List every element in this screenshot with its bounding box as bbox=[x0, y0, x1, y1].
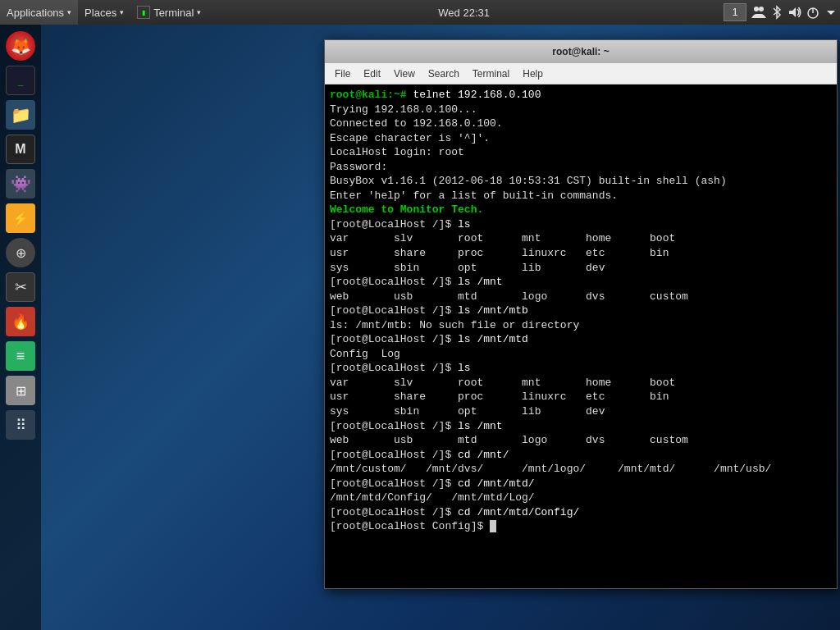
terminal-line: [root@LocalHost /]$ ls /mnt/mtb bbox=[330, 304, 832, 318]
places-arrow: ▾ bbox=[120, 8, 124, 16]
sidebar-tools[interactable]: ✂ bbox=[6, 272, 35, 302]
terminal-window: root@kali: ~ File Edit View Search Termi… bbox=[324, 39, 838, 589]
terminal-line: Password: bbox=[330, 160, 832, 175]
terminal-line: [root@LocalHost /]$ ls /mnt bbox=[330, 419, 832, 434]
terminal-line: [root@LocalHost /]$ cd /mnt/ bbox=[330, 448, 832, 463]
applications-menu[interactable]: Applications ▾ bbox=[0, 0, 78, 25]
sidebar-avatar[interactable]: 👾 bbox=[6, 169, 35, 199]
volume-icon[interactable] bbox=[786, 3, 804, 21]
menu-file[interactable]: File bbox=[328, 66, 357, 81]
menu-terminal[interactable]: Terminal bbox=[466, 66, 516, 81]
terminal-line: /mnt/mtd/Config/ /mnt/mtd/Log/ bbox=[330, 491, 832, 505]
terminal-arrow: ▾ bbox=[197, 8, 201, 16]
terminal-line: [root@LocalHost /]$ ls bbox=[330, 217, 832, 232]
terminal-line: [root@LocalHost /]$ cd /mnt/mtd/Config/ bbox=[330, 505, 832, 520]
terminal-line: var slv root mnt home boot bbox=[330, 376, 832, 390]
sidebar-config[interactable]: ⊞ bbox=[6, 376, 35, 405]
power-dropdown[interactable] bbox=[822, 3, 840, 21]
terminal-label: Terminal bbox=[153, 7, 194, 19]
terminal-line: web usb mtd logo dvs custom bbox=[330, 290, 832, 304]
sidebar: 🦊 _ 📁 M 👾 ⚡ ⊕ ✂ 🔥 ≡ ⊞ bbox=[0, 25, 41, 630]
places-label: Places bbox=[84, 7, 116, 19]
terminal-line: Escape character is '^]'. bbox=[330, 131, 832, 146]
terminal-line: usr share proc linuxrc etc bin bbox=[330, 246, 832, 261]
terminal-line: web usb mtd logo dvs custom bbox=[330, 433, 832, 448]
terminal-menubar: File Edit View Search Terminal Help bbox=[325, 63, 837, 84]
terminal-line: sys sbin opt lib dev bbox=[330, 261, 832, 276]
people-icon[interactable] bbox=[750, 3, 768, 21]
svg-point-0 bbox=[754, 7, 759, 11]
terminal-line: [root@LocalHost /]$ ls /mnt bbox=[330, 275, 832, 290]
desktop: Applications ▾ Places ▾ ▮ Terminal ▾ Wed… bbox=[0, 0, 840, 630]
terminal-line: [root@LocalHost /]$ ls /mnt/mtd bbox=[330, 332, 832, 347]
sidebar-terminal[interactable]: _ bbox=[6, 66, 35, 95]
panel-right: 1 bbox=[720, 0, 840, 25]
terminal-menu[interactable]: ▮ Terminal ▾ bbox=[130, 0, 208, 25]
terminal-line: [root@LocalHost /]$ ls bbox=[330, 361, 832, 376]
terminal-line: usr share proc linuxrc etc bin bbox=[330, 390, 832, 404]
sidebar-firefox[interactable]: 🦊 bbox=[6, 31, 35, 61]
terminal-line: LocalHost login: root bbox=[330, 145, 832, 160]
sidebar-metasploit[interactable]: M bbox=[6, 135, 35, 164]
places-menu[interactable]: Places ▾ bbox=[78, 0, 130, 25]
terminal-line: [root@LocalHost /]$ cd /mnt/mtd/ bbox=[330, 477, 832, 491]
sidebar-burp[interactable]: ⚡ bbox=[6, 203, 35, 233]
menu-search[interactable]: Search bbox=[422, 66, 466, 81]
sidebar-notes[interactable]: ≡ bbox=[6, 341, 35, 371]
menu-help[interactable]: Help bbox=[516, 66, 550, 81]
sidebar-spark[interactable]: 🔥 bbox=[6, 307, 35, 336]
panel-clock: Wed 22:31 bbox=[208, 7, 720, 19]
terminal-line: Connected to 192.168.0.100. bbox=[330, 116, 832, 131]
panel-left: Applications ▾ Places ▾ ▮ Terminal ▾ bbox=[0, 0, 208, 25]
terminal-line: var slv root mnt home boot bbox=[330, 231, 832, 246]
terminal-line: sys sbin opt lib dev bbox=[330, 404, 832, 419]
terminal-line: /mnt/custom/ /mnt/dvs/ /mnt/logo/ /mnt/m… bbox=[330, 462, 832, 477]
bluetooth-icon[interactable] bbox=[768, 3, 786, 21]
terminal-line: Enter 'help' for a list of built-in comm… bbox=[330, 189, 832, 203]
terminal-line: [root@LocalHost Config]$ bbox=[330, 519, 832, 534]
sidebar-owasp[interactable]: ⊕ bbox=[6, 238, 35, 267]
menu-edit[interactable]: Edit bbox=[357, 66, 387, 81]
power-icon[interactable] bbox=[804, 3, 822, 21]
terminal-line: Welcome to Monitor Tech. bbox=[330, 203, 832, 217]
menu-view[interactable]: View bbox=[387, 66, 422, 81]
sidebar-files[interactable]: 📁 bbox=[6, 100, 35, 130]
sidebar-apps[interactable]: ⠿ bbox=[6, 410, 35, 440]
terminal-line: root@kali:~# telnet 192.168.0.100 bbox=[330, 88, 832, 103]
applications-arrow: ▾ bbox=[67, 8, 71, 16]
svg-point-1 bbox=[759, 7, 764, 11]
terminal-body[interactable]: root@kali:~# telnet 192.168.0.100Trying … bbox=[325, 84, 837, 588]
terminal-title: root@kali: ~ bbox=[552, 46, 609, 57]
terminal-panel-icon: ▮ bbox=[137, 6, 150, 19]
workspace-switcher[interactable]: 1 bbox=[724, 3, 746, 21]
terminal-line: ls: /mnt/mtb: No such file or directory bbox=[330, 318, 832, 333]
terminal-line: Config Log bbox=[330, 347, 832, 362]
top-panel: Applications ▾ Places ▾ ▮ Terminal ▾ Wed… bbox=[0, 0, 840, 25]
terminal-line: BusyBox v1.16.1 (2012-06-18 10:53:31 CST… bbox=[330, 174, 832, 189]
terminal-titlebar[interactable]: root@kali: ~ bbox=[325, 40, 837, 63]
applications-label: Applications bbox=[7, 7, 64, 19]
terminal-line: Trying 192.168.0.100... bbox=[330, 103, 832, 117]
